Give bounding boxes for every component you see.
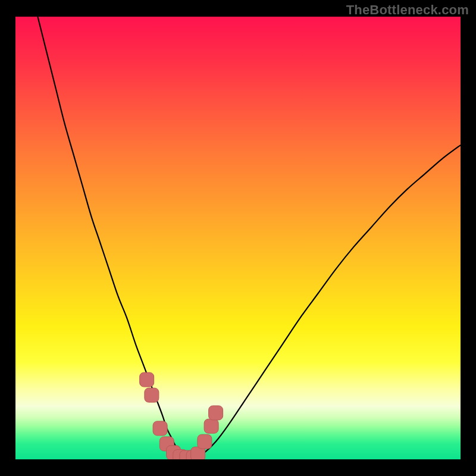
- bottleneck-chart: [15, 17, 461, 459]
- curve-marker: [153, 421, 167, 436]
- curve-marker: [204, 419, 218, 433]
- curve-marker: [140, 372, 154, 387]
- curve-marker: [209, 406, 223, 420]
- plot-area: [15, 17, 461, 459]
- curve-marker: [145, 388, 159, 402]
- curve-marker: [198, 434, 212, 449]
- chart-frame: TheBottleneck.com: [0, 0, 476, 476]
- gradient-background: [15, 17, 461, 459]
- watermark-text: TheBottleneck.com: [346, 2, 469, 18]
